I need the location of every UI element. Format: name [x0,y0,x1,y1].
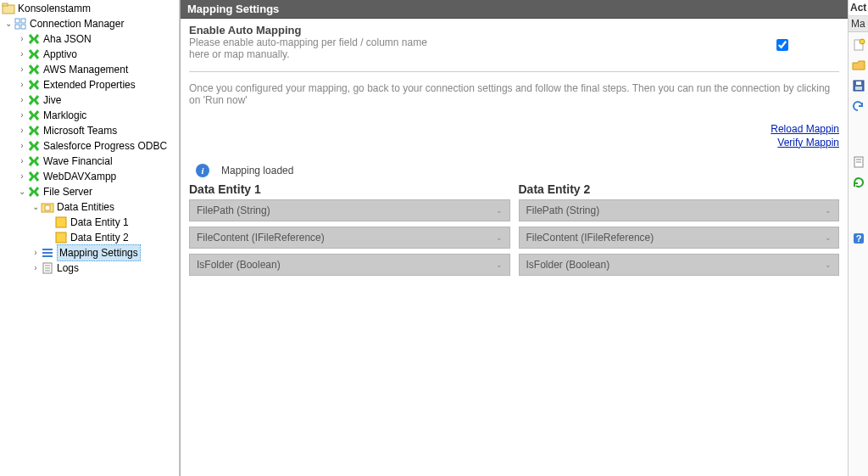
auto-mapping-desc-2: here or map manually. [189,48,427,60]
tree-entity-2-label: Data Entity 2 [70,230,129,245]
auto-mapping-section: Enable Auto Mapping Please enable auto-m… [189,24,839,72]
entity-icon [54,216,68,229]
status-row: i Mapping loaded [189,164,839,177]
info-icon: i [196,164,209,177]
entity-2-title: Data Entity 2 [519,182,840,196]
refresh-icon[interactable] [851,175,866,190]
field-dropdown[interactable]: FileContent (IFileReference)⌄ [189,227,510,249]
tree-connection-item[interactable]: ›Extended Properties [0,77,179,92]
verify-mapping-link[interactable]: Verify Mappin [189,137,839,148]
field-dropdown-label: FileContent (IFileReference) [197,232,325,244]
logs-icon [41,261,54,275]
actions-header: Act [849,0,868,16]
auto-mapping-checkbox[interactable] [776,39,788,51]
tree-connection-item[interactable]: ›Aha JSON [0,31,179,47]
tree-connection-label: Aha JSON [43,31,92,47]
tree-data-entities[interactable]: ⌄ Data Entities [0,199,179,215]
chevron-down-icon: ⌄ [496,260,503,269]
connection-icon [27,63,41,76]
tree-connection-label: Jive [43,92,61,108]
tree-data-entities-label: Data Entities [57,199,114,215]
svg-rect-1 [3,3,8,6]
tree-connection-item[interactable]: ›AWS Management [0,62,179,77]
chevron-down-icon: ⌄ [825,260,832,269]
connection-icon [27,154,41,168]
chevron-down-icon: ⌄ [825,233,832,242]
tree-connection-item[interactable]: ›Jive [0,92,179,108]
chevron-down-icon: ⌄ [496,233,503,242]
chevron-down-icon[interactable]: ⌄ [3,16,14,31]
chevron-right-icon[interactable]: › [17,123,27,138]
open-folder-icon[interactable] [851,58,866,73]
field-dropdown[interactable]: FileContent (IFileReference)⌄ [519,227,840,249]
entity-1-title: Data Entity 1 [189,182,510,196]
tree-connection-label: Extended Properties [43,77,136,92]
chevron-right-icon[interactable]: › [17,169,27,184]
entities-folder-icon [41,200,54,214]
tree-connection-item[interactable]: ›Apptivo [0,47,179,62]
tree-connection-item[interactable]: ›Salesforce Progress ODBC [0,138,179,154]
tree-root-label: Konsolenstamm [18,1,91,16]
field-dropdown-label: IsFolder (Boolean) [197,259,281,271]
tree-connection-manager[interactable]: ⌄ Connection Manager [0,16,179,31]
tree-connection-item[interactable]: ›Wave Financial [0,154,179,169]
status-text: Mapping loaded [221,165,293,176]
connection-icon [27,78,41,92]
tree-root[interactable]: Konsolenstamm [0,1,179,16]
field-dropdown[interactable]: FilePath (String)⌄ [189,199,510,221]
chevron-right-icon[interactable]: › [17,62,27,77]
chevron-right-icon[interactable]: › [17,47,27,62]
connection-icon [27,48,41,61]
auto-mapping-desc-1: Please enable auto-mapping per field / c… [189,36,427,48]
chevron-right-icon[interactable]: › [17,108,27,123]
tree-mapping-settings[interactable]: › Mapping Settings [0,245,179,260]
tree-connection-label: Apptivo [43,47,77,62]
svg-rect-2 [15,19,19,23]
tree-connection-label: AWS Management [43,62,128,77]
mapping-icon [41,246,54,260]
connection-icon [27,124,41,137]
chevron-right-icon[interactable]: › [17,92,27,108]
properties-icon[interactable] [851,154,866,170]
tree-logs-label: Logs [57,260,79,276]
chevron-right-icon[interactable]: › [17,138,27,154]
folder-icon [2,2,15,15]
tree-logs[interactable]: › Logs [0,260,179,276]
tree-entity-1[interactable]: Data Entity 1 [0,215,179,230]
chevron-right-icon[interactable]: › [17,154,27,169]
tree-entity-1-label: Data Entity 1 [70,215,129,230]
reload-mapping-link[interactable]: Reload Mappin [189,123,839,135]
tree-connection-label: Wave Financial [43,154,113,169]
tree-connection-label: Microsoft Teams [43,123,117,138]
help-icon[interactable]: ? [851,231,866,246]
tree-connection-item[interactable]: ›Marklogic [0,108,179,123]
svg-rect-5 [21,25,25,29]
chevron-right-icon[interactable]: › [31,245,41,260]
field-dropdown[interactable]: IsFolder (Boolean)⌄ [519,254,840,276]
svg-rect-3 [21,19,25,23]
tree-connection-item[interactable]: ›Microsoft Teams [0,123,179,138]
chevron-down-icon[interactable]: ⌄ [17,184,27,199]
save-icon[interactable] [851,78,866,93]
field-dropdown[interactable]: IsFolder (Boolean)⌄ [189,254,510,276]
svg-rect-9 [56,232,66,243]
undo-icon[interactable] [851,98,866,114]
main-panel: Mapping Settings Enable Auto Mapping Ple… [180,0,848,476]
tree-entity-2[interactable]: Data Entity 2 [0,230,179,245]
chevron-down-icon[interactable]: ⌄ [31,199,41,215]
svg-rect-20 [856,81,861,85]
chevron-right-icon[interactable]: › [31,260,41,276]
chevron-right-icon[interactable]: › [17,77,27,92]
actions-tab[interactable]: Ma [849,16,868,32]
connection-icon [27,170,41,183]
tree-connection-item[interactable]: ›WebDAVXampp [0,169,179,184]
svg-rect-4 [15,25,19,29]
new-document-icon[interactable] [851,37,866,53]
tree-file-server[interactable]: ⌄ File Server [0,184,179,199]
chevron-right-icon[interactable]: › [17,31,27,47]
connection-icon [27,109,41,122]
field-dropdown[interactable]: FilePath (String)⌄ [519,199,840,221]
svg-point-18 [860,39,865,44]
panel-title: Mapping Settings [181,0,848,19]
connection-icon [27,93,41,107]
